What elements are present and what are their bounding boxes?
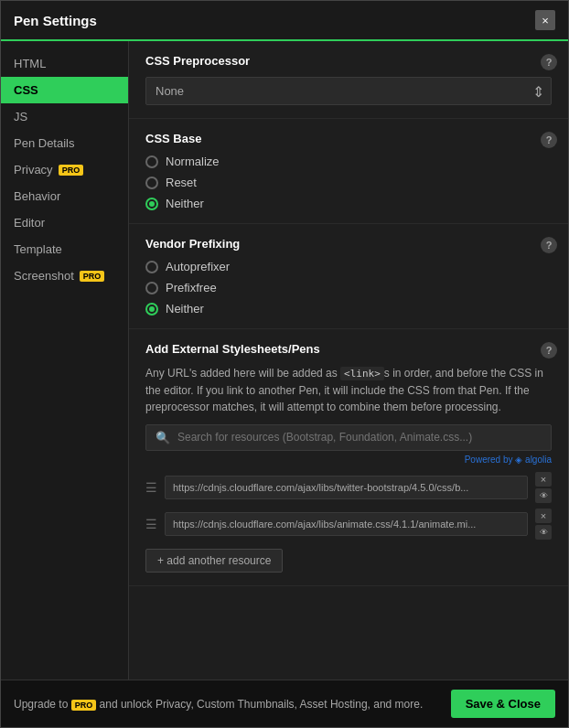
resource-item-1: ☰ × 👁	[145, 472, 552, 503]
upgrade-prefix: Upgrade to	[14, 698, 68, 711]
vendor-prefixfree-option[interactable]: Prefixfree	[145, 281, 552, 294]
algolia-label: algolia	[525, 455, 552, 465]
sidebar-item-behavior[interactable]: Behavior	[1, 183, 128, 209]
modal-title: Pen Settings	[14, 13, 97, 28]
footer: Upgrade to PRO and unlock Privacy, Custo…	[1, 680, 568, 727]
sidebar-item-pen-details-label: Pen Details	[14, 136, 74, 150]
css-base-help-icon[interactable]: ?	[541, 132, 557, 148]
vendor-prefixing-section: Vendor Prefixing ? Autoprefixer Prefixfr…	[129, 224, 568, 329]
sidebar-item-privacy-label: Privacy	[14, 163, 53, 177]
resource-eye-button-1[interactable]: 👁	[535, 488, 552, 503]
resource-input-1[interactable]	[165, 476, 528, 499]
vendor-autoprefixer-label: Autoprefixer	[166, 260, 230, 273]
sidebar-item-css[interactable]: CSS	[1, 77, 128, 103]
sidebar-item-template[interactable]: Template	[1, 236, 128, 262]
resource-search-bar: 🔍	[145, 424, 552, 451]
sidebar-item-privacy[interactable]: Privacy PRO	[1, 156, 128, 183]
vendor-prefixfree-label: Prefixfree	[166, 281, 217, 294]
screenshot-pro-badge: PRO	[80, 271, 105, 282]
external-stylesheets-section: Add External Stylesheets/Pens ? Any URL'…	[129, 329, 568, 586]
resource-input-2[interactable]	[165, 512, 528, 536]
vendor-autoprefixer-option[interactable]: Autoprefixer	[145, 260, 552, 273]
css-base-reset-option[interactable]: Reset	[145, 176, 552, 189]
css-base-normalize-label: Normalize	[166, 155, 220, 168]
css-preprocessor-title: CSS Preprocessor	[145, 54, 552, 68]
css-base-reset-label: Reset	[166, 176, 197, 189]
sidebar-item-template-label: Template	[14, 242, 62, 256]
vendor-neither-label: Neither	[166, 302, 204, 316]
vendor-prefixing-help-icon[interactable]: ?	[541, 237, 557, 253]
upgrade-suffix: and unlock Privacy, Custom Thumbnails, A…	[100, 698, 424, 711]
algolia-icon: ◈	[515, 455, 525, 465]
resource-remove-button-1[interactable]: ×	[535, 472, 552, 487]
main-content: CSS Preprocessor ? None Less SCSS Sass S…	[129, 41, 568, 680]
sidebar-item-editor[interactable]: Editor	[1, 209, 128, 236]
css-preprocessor-section: CSS Preprocessor ? None Less SCSS Sass S…	[129, 41, 568, 119]
sidebar-item-pen-details[interactable]: Pen Details	[1, 130, 128, 156]
css-base-neither-radio[interactable]	[145, 198, 158, 210]
resource-actions-1: × 👁	[535, 472, 552, 503]
vendor-prefixing-title: Vendor Prefixing	[145, 237, 552, 251]
resource-actions-2: × 👁	[535, 509, 552, 540]
resource-remove-button-2[interactable]: ×	[535, 509, 552, 523]
sidebar-item-css-label: CSS	[14, 83, 38, 97]
sidebar-item-html[interactable]: HTML	[1, 50, 128, 77]
modal-body: HTML CSS JS Pen Details Privacy PRO Beha…	[1, 41, 568, 680]
css-base-neither-option[interactable]: Neither	[145, 197, 552, 210]
search-icon: 🔍	[156, 431, 170, 444]
css-base-radio-group: Normalize Reset Neither	[145, 155, 552, 210]
close-button[interactable]: ×	[535, 10, 555, 30]
vendor-prefixing-radio-group: Autoprefixer Prefixfree Neither	[145, 260, 552, 316]
sidebar-item-js-label: JS	[14, 110, 27, 123]
vendor-autoprefixer-radio[interactable]	[145, 261, 158, 273]
sidebar-item-screenshot[interactable]: Screenshot PRO	[1, 262, 128, 289]
sidebar-item-screenshot-label: Screenshot	[14, 269, 74, 283]
vendor-neither-option[interactable]: Neither	[145, 302, 552, 316]
external-stylesheets-description: Any URL's added here will be added as <l…	[145, 365, 552, 415]
resource-item-2: ☰ × 👁	[145, 509, 552, 540]
css-base-normalize-option[interactable]: Normalize	[145, 155, 552, 168]
footer-pro-badge: PRO	[71, 700, 97, 711]
vendor-prefixfree-radio[interactable]	[145, 282, 158, 294]
vendor-neither-radio[interactable]	[145, 303, 158, 316]
external-stylesheets-help-icon[interactable]: ?	[541, 342, 557, 359]
footer-upgrade-text: Upgrade to PRO and unlock Privacy, Custo…	[14, 698, 423, 711]
css-base-neither-label: Neither	[166, 197, 204, 210]
modal-header: Pen Settings ×	[1, 1, 568, 41]
resource-eye-button-2[interactable]: 👁	[535, 525, 552, 540]
add-resource-button[interactable]: + add another resource	[145, 549, 283, 573]
save-close-button[interactable]: Save & Close	[451, 690, 555, 718]
powered-by-label: Powered by ◈ algolia	[145, 455, 552, 465]
drag-handle-icon-2[interactable]: ☰	[145, 517, 157, 531]
sidebar-item-js[interactable]: JS	[1, 103, 128, 130]
preprocessor-select[interactable]: None Less SCSS Sass Stylus PostCSS	[145, 77, 552, 105]
preprocessor-select-wrapper: None Less SCSS Sass Stylus PostCSS ⇕	[145, 77, 552, 105]
sidebar: HTML CSS JS Pen Details Privacy PRO Beha…	[1, 41, 129, 680]
resource-search-input[interactable]	[177, 431, 542, 444]
css-base-normalize-radio[interactable]	[145, 155, 158, 168]
css-base-section: CSS Base ? Normalize Reset Neither	[129, 119, 568, 224]
sidebar-item-html-label: HTML	[14, 57, 46, 70]
privacy-pro-badge: PRO	[59, 165, 84, 176]
pen-settings-modal: Pen Settings × HTML CSS JS Pen Details P…	[0, 0, 569, 728]
css-preprocessor-help-icon[interactable]: ?	[541, 54, 557, 70]
sidebar-item-behavior-label: Behavior	[14, 189, 60, 203]
css-base-title: CSS Base	[145, 132, 552, 145]
sidebar-item-editor-label: Editor	[14, 216, 45, 230]
external-stylesheets-title: Add External Stylesheets/Pens	[145, 342, 552, 356]
css-base-reset-radio[interactable]	[145, 177, 158, 189]
powered-by-text: Powered by	[465, 455, 513, 465]
drag-handle-icon-1[interactable]: ☰	[145, 480, 157, 495]
